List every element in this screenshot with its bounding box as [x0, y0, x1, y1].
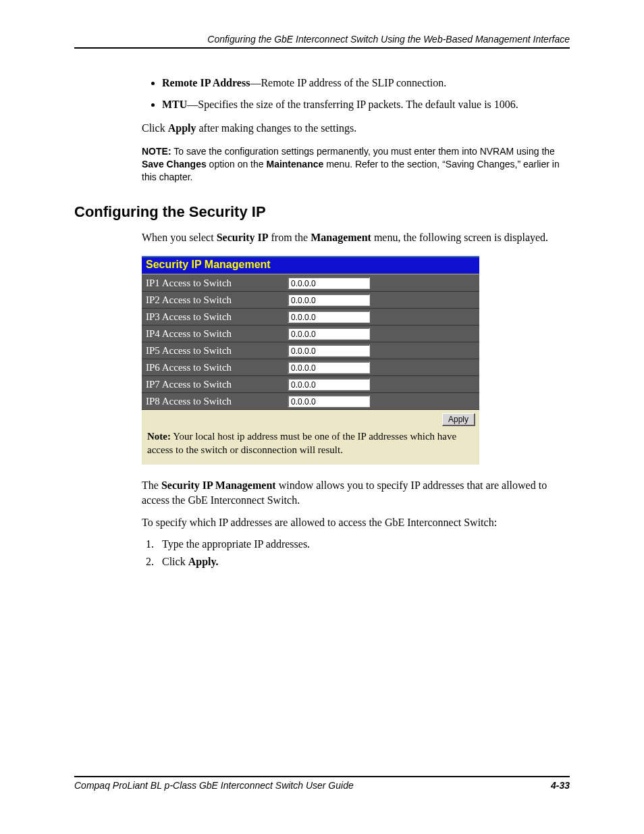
desc: —Specifies the size of the transferring …: [187, 99, 518, 110]
ip5-input[interactable]: [288, 344, 370, 357]
panel-note: Note: Your local host ip address must be…: [142, 429, 479, 465]
running-header-text: Configuring the GbE Interconnect Switch …: [207, 34, 570, 45]
panel-note-label: Note:: [147, 431, 171, 442]
ip2-input[interactable]: [288, 294, 370, 306]
term-remote-ip: Remote IP Address: [162, 77, 250, 88]
ip6-label: IP6 Access to Switch: [142, 359, 284, 376]
apply-button[interactable]: Apply: [442, 413, 475, 426]
table-row: IP8 Access to Switch: [142, 393, 479, 410]
table-row: IP7 Access to Switch: [142, 376, 479, 393]
table-row: IP6 Access to Switch: [142, 359, 479, 376]
ip8-input[interactable]: [288, 395, 370, 407]
ip8-label: IP8 Access to Switch: [142, 393, 284, 410]
step-list: Type the appropriate IP addresses. Click…: [142, 538, 570, 568]
note-label: NOTE:: [142, 146, 171, 157]
ip4-input[interactable]: [288, 328, 370, 340]
note-block: NOTE: To save the configuration settings…: [142, 145, 570, 184]
list-item: MTU—Specifies the size of the transferri…: [162, 97, 570, 112]
ip4-label: IP4 Access to Switch: [142, 325, 284, 342]
apply-paragraph: Click Apply after making changes to the …: [142, 121, 570, 136]
footer-page-number: 4-33: [551, 780, 570, 791]
intro-paragraph: When you select Security IP from the Man…: [142, 230, 570, 245]
ip3-label: IP3 Access to Switch: [142, 309, 284, 325]
list-item: Remote IP Address—Remote IP address of t…: [162, 76, 570, 90]
panel-title: Security IP Management: [142, 257, 479, 274]
ip1-input[interactable]: [288, 277, 370, 289]
footer-book-title: Compaq ProLiant BL p-Class GbE Interconn…: [74, 780, 354, 791]
instruction-intro: To specify which IP addresses are allowe…: [142, 515, 570, 530]
section-heading: Configuring the Security IP: [74, 203, 570, 221]
term-mtu: MTU: [162, 99, 187, 110]
step-2: Click Apply.: [157, 556, 570, 568]
ip2-label: IP2 Access to Switch: [142, 292, 284, 309]
page-footer: Compaq ProLiant BL p-Class GbE Interconn…: [74, 776, 570, 791]
ip5-label: IP5 Access to Switch: [142, 342, 284, 359]
table-row: IP5 Access to Switch: [142, 342, 479, 359]
running-header: Configuring the GbE Interconnect Switch …: [74, 34, 570, 49]
bullet-list: Remote IP Address—Remote IP address of t…: [142, 76, 570, 111]
ip7-label: IP7 Access to Switch: [142, 376, 284, 393]
post-panel-paragraph: The Security IP Management window allows…: [142, 478, 570, 507]
table-row: IP2 Access to Switch: [142, 292, 479, 309]
step-1: Type the appropriate IP addresses.: [157, 538, 570, 550]
ip1-label: IP1 Access to Switch: [142, 275, 284, 292]
table-row: IP3 Access to Switch: [142, 309, 479, 325]
security-ip-panel: Security IP Management IP1 Access to Swi…: [142, 256, 479, 465]
table-row: IP4 Access to Switch: [142, 325, 479, 342]
table-row: IP1 Access to Switch: [142, 275, 479, 292]
ip-access-table: IP1 Access to Switch IP2 Access to Switc…: [142, 274, 479, 410]
ip3-input[interactable]: [288, 311, 370, 323]
ip7-input[interactable]: [288, 378, 370, 390]
ip6-input[interactable]: [288, 361, 370, 373]
desc: —Remote IP address of the SLIP connectio…: [250, 77, 446, 88]
